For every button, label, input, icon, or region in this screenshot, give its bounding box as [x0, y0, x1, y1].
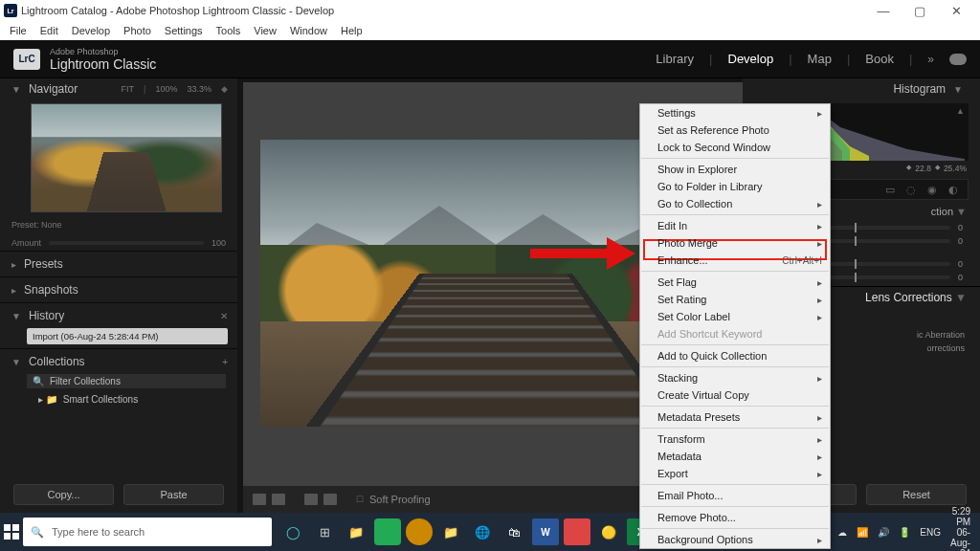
module-map[interactable]: Map [808, 52, 832, 66]
menu-window[interactable]: Window [284, 23, 333, 38]
copy-button[interactable]: Copy... [13, 484, 114, 505]
collections-header[interactable]: ▼Collections+ [0, 351, 237, 372]
redeye-tool-icon[interactable]: ◉ [927, 184, 937, 196]
menu-edit[interactable]: Edit [34, 23, 64, 38]
menu-item-go-to-folder-in-library[interactable]: Go to Folder in Library [640, 178, 830, 195]
context-menu: Settings▸Set as Reference PhotoLock to S… [639, 103, 831, 549]
menu-item-transform[interactable]: Transform▸ [640, 430, 830, 448]
menu-help[interactable]: Help [335, 23, 368, 38]
menu-item-background-options[interactable]: Background Options▸ [640, 531, 830, 548]
taskbar-app-3[interactable] [406, 518, 433, 545]
nav-100[interactable]: 100% [155, 84, 177, 94]
menu-item-set-flag[interactable]: Set Flag▸ [640, 274, 830, 291]
menu-file[interactable]: File [4, 23, 33, 38]
amount-slider[interactable] [49, 241, 204, 245]
taskbar-edge-icon[interactable]: 🌐 [469, 518, 496, 545]
menu-separator [641, 506, 829, 507]
menu-item-metadata[interactable]: Metadata▸ [640, 448, 830, 465]
preset-value: None [41, 220, 62, 230]
navigator-header[interactable]: ▼ Navigator FIT | 100% 33.3% ◆ [0, 78, 237, 99]
menu-item-set-rating[interactable]: Set Rating▸ [640, 291, 830, 308]
maximize-button[interactable]: ▢ [913, 4, 926, 17]
navigator-title: Navigator [29, 82, 78, 96]
menu-item-label: Background Options [657, 534, 753, 545]
taskbar-chrome-icon[interactable]: 🟡 [595, 518, 622, 545]
start-button[interactable] [4, 518, 19, 546]
menu-item-export[interactable]: Export▸ [640, 465, 830, 482]
menu-item-edit-in[interactable]: Edit In▸ [640, 217, 830, 234]
menu-item-add-to-quick-collection[interactable]: Add to Quick Collection [640, 347, 830, 364]
submenu-chevron-icon: ▸ [817, 312, 822, 322]
menu-item-remove-photo[interactable]: Remove Photo... [640, 509, 830, 526]
snapshots-header[interactable]: ▸Snapshots [0, 279, 237, 300]
filter-placeholder: Filter Collections [50, 376, 121, 386]
submenu-chevron-icon: ▸ [817, 412, 822, 423]
history-item[interactable]: Import (06-Aug-24 5:28:44 PM) [27, 328, 228, 344]
taskbar-word-icon[interactable]: W [532, 518, 559, 545]
taskbar-app-4[interactable]: 📁 [437, 518, 464, 545]
nav-fit[interactable]: FIT [122, 84, 135, 94]
chevron-down-icon: ▼ [11, 84, 21, 95]
mask-tool-icon[interactable]: ◐ [948, 184, 958, 196]
minimize-button[interactable]: — [877, 4, 890, 17]
taskbar-app-1[interactable]: 📁 [343, 518, 369, 545]
menu-item-show-in-explorer[interactable]: Show in Explorer [640, 161, 830, 178]
histogram-header[interactable]: Histogram ▼ [743, 78, 980, 99]
submenu-chevron-icon: ▸ [817, 199, 822, 209]
presets-header[interactable]: ▸Presets [0, 253, 237, 275]
menu-item-email-photo[interactable]: Email Photo... [640, 487, 830, 504]
menu-item-stacking[interactable]: Stacking▸ [640, 369, 830, 386]
tray-lang[interactable]: ENG [920, 527, 941, 538]
module-book[interactable]: Book [865, 52, 894, 66]
menu-item-go-to-collection[interactable]: Go to Collection▸ [640, 195, 830, 212]
cortana-icon[interactable]: ◯ [279, 518, 306, 545]
menu-item-enhance[interactable]: Enhance...Ctrl+Alt+I [640, 252, 830, 269]
menu-item-metadata-presets[interactable]: Metadata Presets▸ [640, 408, 830, 426]
close-button[interactable]: ✕ [949, 4, 963, 17]
menu-tools[interactable]: Tools [211, 23, 247, 38]
cloud-sync-icon[interactable] [949, 54, 967, 65]
ref-split-icon[interactable] [323, 494, 337, 505]
menu-settings[interactable]: Settings [159, 23, 209, 38]
menu-photo[interactable]: Photo [118, 23, 157, 38]
chevron-icon[interactable]: ◆ [221, 84, 228, 94]
tray-clock[interactable]: 5:29 PM 06-Aug-24 [950, 506, 970, 552]
taskbar-store-icon[interactable]: 🛍 [501, 518, 527, 545]
menu-item-settings[interactable]: Settings▸ [640, 104, 830, 121]
menu-item-lock-to-second-window[interactable]: Lock to Second Window [640, 139, 830, 156]
module-expand-icon[interactable]: » [927, 53, 934, 66]
history-header[interactable]: ▼History✕ [0, 305, 237, 326]
submenu-chevron-icon: ▸ [817, 295, 822, 305]
before-after-icon[interactable] [272, 494, 285, 505]
navigator-thumbnail[interactable] [31, 103, 222, 212]
filter-collections-input[interactable]: 🔍Filter Collections [27, 374, 226, 388]
task-view-icon[interactable]: ⊞ [311, 518, 338, 545]
soft-proofing-toggle[interactable]: Soft Proofing [369, 494, 431, 505]
paste-button[interactable]: Paste [123, 484, 224, 505]
menu-item-set-as-reference-photo[interactable]: Set as Reference Photo [640, 121, 830, 139]
crop-tool-icon[interactable]: ▭ [885, 184, 895, 196]
tray-battery-icon[interactable]: 🔋 [899, 527, 910, 538]
menu-view[interactable]: View [248, 23, 282, 38]
menu-item-label: Set as Reference Photo [657, 124, 769, 136]
menu-item-create-virtual-copy[interactable]: Create Virtual Copy [640, 386, 830, 404]
tray-volume-icon[interactable]: 🔊 [878, 527, 889, 538]
lens-title: Lens Corrections [865, 291, 952, 304]
tray-network-icon[interactable]: 📶 [857, 527, 868, 538]
ref-view-icon[interactable] [304, 494, 318, 505]
menu-item-set-color-label[interactable]: Set Color Label▸ [640, 308, 830, 325]
taskbar-search[interactable]: 🔍 Type here to search [23, 518, 272, 546]
heal-tool-icon[interactable]: ◌ [906, 184, 916, 196]
reset-button[interactable]: Reset [866, 484, 967, 505]
menu-develop[interactable]: Develop [66, 23, 116, 38]
module-develop[interactable]: Develop [728, 52, 774, 66]
taskbar-app-5[interactable] [564, 518, 590, 545]
loupe-view-icon[interactable] [253, 494, 266, 505]
collections-title: Collections [29, 355, 85, 368]
smart-collections-item[interactable]: ▸ 📁Smart Collections [38, 394, 226, 405]
nav-33[interactable]: 33.3% [187, 84, 212, 94]
tray-cloud-icon[interactable]: ☁ [837, 527, 847, 538]
menu-item-photo-merge[interactable]: Photo Merge▸ [640, 234, 830, 252]
module-library[interactable]: Library [656, 52, 694, 66]
taskbar-app-2[interactable] [374, 518, 401, 545]
